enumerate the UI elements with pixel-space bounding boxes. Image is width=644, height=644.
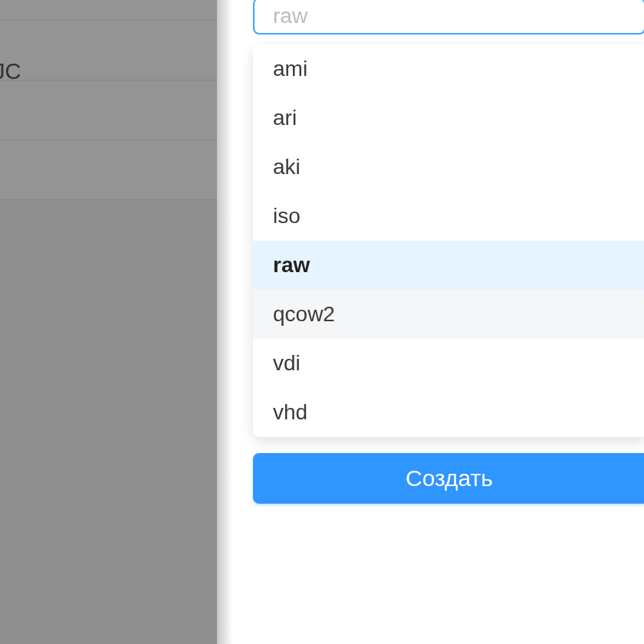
format-option-label: raw (273, 253, 310, 278)
create-button-label: Создать (406, 465, 493, 491)
format-select-input[interactable]: raw (253, 0, 644, 34)
format-option-label: iso (273, 204, 301, 228)
format-option-aki[interactable]: aki (253, 143, 644, 192)
create-button[interactable]: Создать (253, 453, 644, 504)
format-option-iso[interactable]: iso (253, 192, 644, 241)
format-option-label: ari (273, 106, 297, 130)
format-option-vdi[interactable]: vdi (253, 339, 644, 388)
format-option-vhd[interactable]: vhd (253, 388, 644, 437)
format-option-label: ami (273, 57, 307, 81)
format-option-ari[interactable]: ari (253, 94, 644, 143)
format-option-label: vhd (273, 400, 307, 425)
format-option-qcow2[interactable]: qcow2 (253, 290, 644, 339)
format-option-label: vdi (273, 351, 301, 376)
format-option-ami[interactable]: ami (253, 44, 644, 94)
format-option-raw[interactable]: raw (253, 241, 644, 290)
modal-backdrop-overlay (0, 0, 217, 644)
format-option-label: aki (273, 155, 301, 179)
format-option-label: qcow2 (273, 302, 335, 327)
format-dropdown: amiariakiisorawqcow2vdivhd (253, 44, 644, 437)
format-select-placeholder: raw (273, 4, 307, 28)
